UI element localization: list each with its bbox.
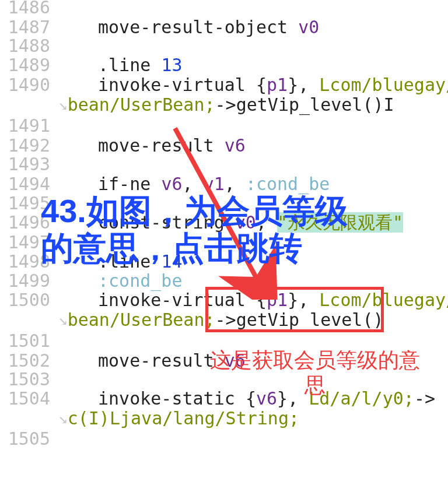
line-number: 1496 [0,214,50,231]
brace-open: { [256,75,267,95]
code-line-wrap[interactable]: ↘c(I)Ljava/lang/String; [58,410,448,427]
keyword-invoke-virtual: invoke-virtual [98,290,246,310]
line-number: 1504 [0,390,50,407]
line-number: 1502 [0,352,50,370]
comma: , [298,290,309,310]
code-line[interactable]: const-string v0, "永久无限观看" [58,214,448,231]
directive-line: .line [98,251,150,272]
code-line[interactable]: move-result v6 [58,352,448,370]
class-ref-lcom-bluegay: Lcom/bluegay/ [319,75,448,95]
register-v0: v0 [298,17,319,37]
number-13: 13 [161,55,182,75]
code-line[interactable]: move-result v6 [58,137,448,154]
register-v0: v0 [235,212,256,233]
line-number: 1498 [0,253,50,270]
register-p1: p1 [267,290,288,310]
method-getvip-level-i: ->getVip_level()I [215,94,394,115]
register-p1: p1 [267,75,288,95]
line-number: 1493 [0,156,50,173]
line-number: 1488 [0,37,50,55]
line-number: 1503 [0,371,50,388]
comma: , [298,75,309,95]
register-v6: v6 [225,350,246,371]
line-number: 1489 [0,57,50,74]
code-line[interactable]: if-ne v6, v1, :cond_be [58,175,448,193]
keyword-invoke-virtual: invoke-virtual [98,75,246,95]
class-ref-lcom-bluegay: Lcom/bluegay/ [319,290,448,310]
brace-close: } [288,75,298,95]
code-line-wrap[interactable]: ↘bean/UserBean;->getVip_level()I [58,96,448,114]
line-number-gutter: 1486 1487 1488 1489 1490 1491 1492 1493 … [0,0,56,499]
line-number: 1501 [0,332,50,350]
keyword-move-result: move-result [98,350,214,371]
register-v6: v6 [225,135,246,156]
brace-close: } [277,388,288,409]
comma: , [288,388,298,409]
class-ref-bean-userbean: bean/UserBean; [68,310,215,330]
string-literal-highlighted[interactable]: "永久无限观看" [277,212,403,233]
code-line[interactable]: :cond_be [58,272,448,290]
register-v6: v6 [256,388,277,409]
class-ref-bean-userbean: bean/UserBean; [68,94,215,115]
line-number: 1499 [0,272,50,290]
code-line[interactable]: move-result-object v0 [58,19,448,36]
method-getvip-level: ->getVip_level() [215,310,384,330]
line-number: 1500 [0,291,50,309]
keyword-if-ne: if-ne [98,174,150,194]
wrap-arrow-icon: ↘ [58,312,68,327]
comma: , [256,212,267,233]
register-v1: v1 [204,174,225,194]
line-number: 1486 [0,0,50,16]
keyword-const-string: const-string [98,212,225,233]
register-v6: v6 [161,174,182,194]
brace-close: } [288,290,298,310]
method-c-i-ljava-lang-string: c(I)Ljava/lang/String; [68,408,299,428]
line-number: 1491 [0,117,50,135]
comma: , [183,174,193,194]
branch-label-cond-be: :cond_be [98,270,183,291]
wrap-arrow-icon: ↘ [58,410,68,426]
class-ref-ld-a-l-y0: Ld/a/l/y0; [309,388,414,409]
keyword-move-result-object: move-result-object [98,17,288,37]
line-number: 1487 [0,19,50,36]
method-arrow: -> [414,388,435,409]
wrap-arrow-icon: ↘ [58,97,68,112]
comma: , [225,174,235,194]
brace-open: { [256,290,267,310]
keyword-move-result: move-result [98,135,214,156]
branch-cond-be: :cond_be [246,174,330,194]
directive-line: .line [98,55,150,75]
line-number: 1490 [0,76,50,94]
code-line[interactable]: invoke-virtual {p1}, Lcom/bluegay/ [58,76,448,94]
code-line[interactable]: invoke-static {v6}, Ld/a/l/y0;-> [58,390,448,407]
line-number: 1505 [0,430,50,448]
keyword-invoke-static: invoke-static [98,388,235,409]
code-line[interactable]: invoke-virtual {p1}, Lcom/bluegay/ [58,291,448,309]
code-editor[interactable]: 1486 1487 1488 1489 1490 1491 1492 1493 … [0,0,448,499]
code-line[interactable]: .line 14 [58,253,448,270]
code-area[interactable]: move-result-object v0 .line 13 invoke-vi… [58,0,448,499]
line-number: 1492 [0,137,50,154]
number-14: 14 [161,251,182,272]
line-number: 1495 [0,195,50,212]
code-line[interactable]: .line 13 [58,57,448,74]
line-number: 1497 [0,234,50,251]
line-number: 1494 [0,175,50,193]
code-line-wrap[interactable]: ↘bean/UserBean;->getVip_level() [58,311,448,329]
brace-open: { [246,388,256,409]
